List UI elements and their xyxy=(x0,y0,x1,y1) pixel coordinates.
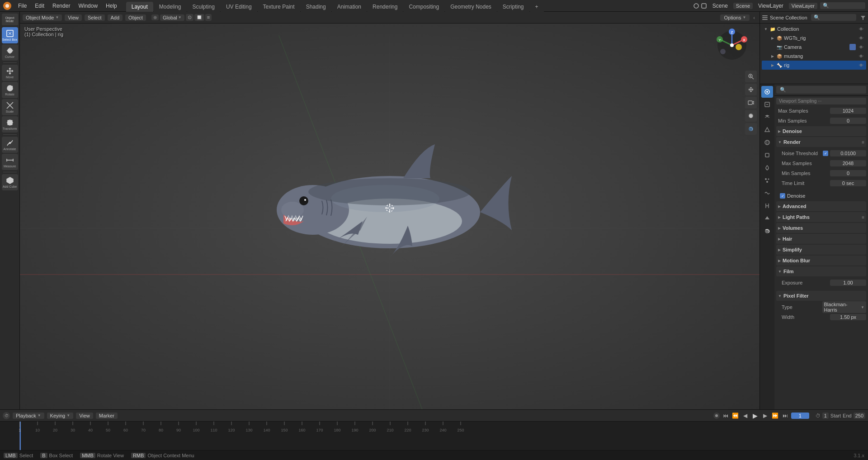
shading-solid-btn[interactable] xyxy=(745,110,757,122)
rig-eye[interactable]: 👁 xyxy=(858,62,864,68)
object-mode-btn[interactable]: Object Mode xyxy=(2,14,18,25)
type-dropdown[interactable]: Blackman-Harris ▼ xyxy=(822,301,867,313)
filter-icon[interactable] xyxy=(860,14,866,21)
advanced-header[interactable]: ▶ Advanced xyxy=(776,201,866,211)
timeline-ruler[interactable]: 1 10 20 30 40 50 60 70 80 90 1 xyxy=(0,422,868,450)
jump-end-btn[interactable]: ⏭ xyxy=(781,412,789,420)
tab-add[interactable]: + xyxy=(530,2,544,12)
wgts-eye[interactable]: 👁 xyxy=(858,35,864,41)
playback-menu[interactable]: Playback ▼ xyxy=(13,413,44,419)
pixel-filter-header[interactable]: ▼ Pixel Filter xyxy=(776,291,866,301)
menu-help[interactable]: Help xyxy=(102,2,121,10)
hair-header[interactable]: ▶ Hair xyxy=(776,234,866,244)
camera-view-btn[interactable] xyxy=(745,97,757,109)
pan-btn[interactable] xyxy=(745,84,757,95)
exposure-value[interactable]: 1.00 xyxy=(830,280,866,286)
tab-scripting[interactable]: Scripting xyxy=(497,2,529,12)
tab-layout[interactable]: Layout xyxy=(126,2,153,12)
viewport-collapse-btn[interactable]: ‹ xyxy=(751,14,757,21)
tab-modifier-props[interactable] xyxy=(761,162,773,174)
tree-item-wgts[interactable]: ▶ 📦 WGTs_rig 👁 xyxy=(762,33,866,43)
collection-eye[interactable]: 👁 xyxy=(858,26,864,32)
view-layer-selector[interactable]: ViewLayer xyxy=(789,3,817,9)
proportional-edit-btn[interactable]: ⊙ xyxy=(186,14,193,21)
tab-render-props[interactable] xyxy=(761,86,773,98)
menu-render[interactable]: Render xyxy=(49,2,74,10)
render-section-menu-icon[interactable]: ≡ xyxy=(862,140,864,145)
tool-select-box[interactable]: Select Box xyxy=(2,27,18,43)
orientation-gizmo[interactable]: X Y Z xyxy=(712,28,752,64)
prev-keyframe-btn[interactable]: ◀ xyxy=(741,412,750,420)
denoise2-checkbox[interactable]: ✓ xyxy=(780,193,785,199)
next-frame-btn[interactable]: ⏩ xyxy=(771,412,779,420)
snap-btn[interactable]: 🔲 xyxy=(194,14,204,21)
object-menu[interactable]: Object xyxy=(125,14,146,21)
tab-physics-props[interactable] xyxy=(761,187,773,199)
menu-file[interactable]: File xyxy=(14,2,30,10)
search-box[interactable]: 🔍 xyxy=(820,2,865,9)
global-selector[interactable]: Global ▼ xyxy=(160,14,184,21)
viewport-container[interactable]: Object Mode ▼ View Select Add Object ⊕ G… xyxy=(20,12,760,409)
tree-item-collection[interactable]: ▼ 📁 Collection 👁 xyxy=(762,24,866,33)
noise-threshold-checkbox[interactable]: ✓ xyxy=(823,151,828,156)
tab-particle-props[interactable] xyxy=(761,175,773,186)
tab-constraints-props[interactable] xyxy=(761,200,773,212)
film-header[interactable]: ▼ Film xyxy=(776,266,866,276)
tab-compositing[interactable]: Compositing xyxy=(403,2,444,12)
record-btn[interactable] xyxy=(713,413,720,419)
view-menu-tl[interactable]: View xyxy=(76,413,93,419)
tool-cursor[interactable]: Cursor xyxy=(2,44,18,61)
tool-measure[interactable]: Measure xyxy=(2,154,18,170)
menu-edit[interactable]: Edit xyxy=(31,2,48,10)
tab-sculpting[interactable]: Sculpting xyxy=(187,2,220,12)
tab-viewlayer-props[interactable] xyxy=(761,111,773,123)
prev-frame-btn[interactable]: ⏪ xyxy=(731,412,740,420)
tab-modeling[interactable]: Modeling xyxy=(154,2,187,12)
render-max-samples-value[interactable]: 2048 xyxy=(830,160,866,166)
select-menu[interactable]: Select xyxy=(85,14,105,21)
width-value[interactable]: 1.50 px xyxy=(830,314,866,320)
tool-annotate[interactable]: Annotate xyxy=(2,137,18,153)
time-limit-value[interactable]: 0 sec xyxy=(830,180,866,186)
viewport-min-samples-value[interactable]: 0 xyxy=(830,118,866,124)
tool-add-cube[interactable]: Add Cube xyxy=(2,174,18,190)
end-frame-input[interactable]: 250 xyxy=(854,413,865,419)
tool-rotate[interactable]: Rotate xyxy=(2,82,18,98)
tree-item-rig[interactable]: ▶ 🦴 rig 👁 xyxy=(762,61,866,70)
zoom-btn[interactable] xyxy=(745,71,757,82)
play-btn[interactable]: ▶ xyxy=(751,412,760,420)
tab-material-props[interactable] xyxy=(761,225,773,237)
tab-geometry-nodes[interactable]: Geometry Nodes xyxy=(445,2,497,12)
scene-selector[interactable]: Scene xyxy=(733,3,753,9)
camera-eye[interactable]: 👁 xyxy=(858,44,864,50)
volumes-header[interactable]: ▶ Volumes xyxy=(776,223,866,233)
light-paths-header[interactable]: ▶ Light Paths ≡ xyxy=(776,212,866,222)
tab-objectdata-props[interactable] xyxy=(761,213,773,224)
outliner-search[interactable]: 🔍 xyxy=(811,14,856,21)
tool-transform[interactable]: Transform xyxy=(2,116,18,133)
light-paths-icon[interactable]: ≡ xyxy=(862,215,864,220)
options-button[interactable]: Options ▼ xyxy=(720,14,750,21)
render-section-header[interactable]: ▼ Render ≡ xyxy=(776,137,866,147)
view-menu[interactable]: View xyxy=(65,14,82,21)
tab-rendering[interactable]: Rendering xyxy=(367,2,403,12)
add-menu[interactable]: Add xyxy=(108,14,123,21)
start-frame-input[interactable]: 1 xyxy=(822,413,829,419)
tab-uv-editing[interactable]: UV Editing xyxy=(221,2,257,12)
tab-shading[interactable]: Shading xyxy=(301,2,331,12)
keying-menu[interactable]: Keying ▼ xyxy=(47,413,74,419)
props-search-input[interactable]: 🔍 xyxy=(776,86,866,94)
current-frame-input[interactable]: 1 xyxy=(791,413,809,419)
mustang-eye[interactable]: 👁 xyxy=(858,53,864,59)
tree-item-camera[interactable]: 📷 Camera 👁 xyxy=(762,43,866,52)
denoise1-header[interactable]: ▶ Denoise xyxy=(776,126,866,136)
tab-animation[interactable]: Animation xyxy=(332,2,367,12)
tab-output-props[interactable] xyxy=(761,99,773,110)
viewport-max-samples-value[interactable]: 1024 xyxy=(830,108,866,114)
tool-move[interactable]: Move xyxy=(2,65,18,81)
overlay-btn[interactable]: ≡ xyxy=(205,14,212,21)
tab-texture-paint[interactable]: Texture Paint xyxy=(258,2,300,12)
nav-gizmo[interactable]: X Y Z xyxy=(712,28,752,64)
tree-item-mustang[interactable]: ▶ 📦 mustang 👁 xyxy=(762,52,866,61)
jump-start-btn[interactable]: ⏮ xyxy=(722,412,730,420)
